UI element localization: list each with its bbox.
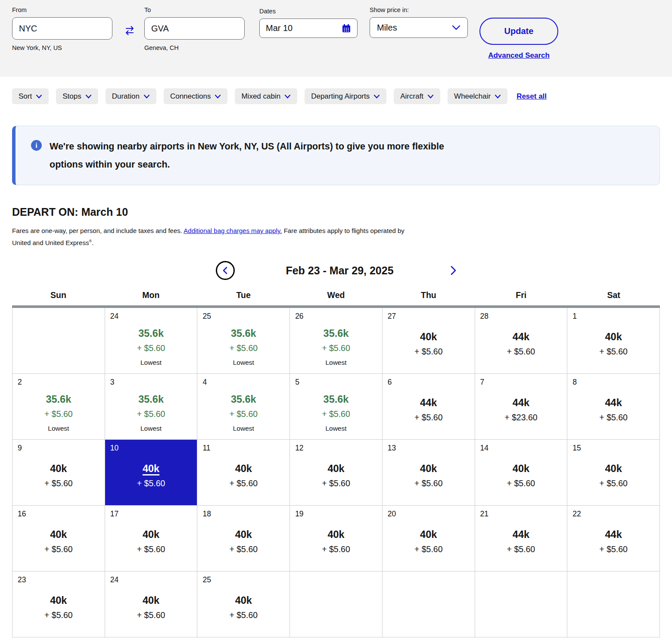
calendar-day-cell-4[interactable]: 435.6k+ $5.60Lowest xyxy=(197,374,290,440)
calendar-day-cell-15[interactable]: 1540k+ $5.60 xyxy=(567,440,660,506)
dates-input[interactable]: Mar 10 xyxy=(259,19,358,38)
chevron-down-icon xyxy=(85,94,92,99)
day-number: 6 xyxy=(388,378,392,387)
reset-all-link[interactable]: Reset all xyxy=(516,92,547,101)
calendar-day-cell-11[interactable]: 1140k+ $5.60 xyxy=(197,440,290,506)
filter-chip-wheelchair[interactable]: Wheelchair xyxy=(448,88,507,104)
filter-chip-label: Departing Airports xyxy=(311,92,370,101)
day-number: 13 xyxy=(388,444,396,453)
calendar-day-cell-28[interactable]: 2844k+ $5.60 xyxy=(475,308,568,374)
calendar-day-cell-14[interactable]: 1440k+ $5.60 xyxy=(475,440,568,506)
fare-miles: 40k xyxy=(12,595,105,606)
calendar-day-cell-13[interactable]: 1340k+ $5.60 xyxy=(383,440,475,506)
fare-miles: 35.6k xyxy=(105,394,197,405)
filter-chip-label: Wheelchair xyxy=(454,92,491,101)
fare-fee: + $5.60 xyxy=(383,544,475,554)
chevron-down-icon xyxy=(284,94,291,99)
calendar-day-cell-12[interactable]: 1240k+ $5.60 xyxy=(290,440,383,506)
calendar-day-cell-27[interactable]: 2740k+ $5.60 xyxy=(383,308,475,374)
calendar-day-cell-5[interactable]: 535.6k+ $5.60Lowest xyxy=(290,374,383,440)
swap-airports-button[interactable] xyxy=(123,24,136,38)
day-number: 23 xyxy=(18,575,26,584)
calendar-day-cell-7[interactable]: 744k+ $23.60 xyxy=(475,374,568,440)
calendar-day-cell-19[interactable]: 1940k+ $5.60 xyxy=(290,506,383,572)
calendar-day-cell-24[interactable]: 2440k+ $5.60 xyxy=(105,572,198,637)
price-unit-select[interactable]: Miles xyxy=(370,17,468,38)
day-number: 28 xyxy=(480,312,488,321)
calendar-day-cell-16[interactable]: 1640k+ $5.60 xyxy=(12,506,105,572)
calendar-day-cell-18[interactable]: 1840k+ $5.60 xyxy=(197,506,290,572)
calendar-day-cell-8[interactable]: 844k+ $5.60 xyxy=(567,374,660,440)
fare-fee: + $5.60 xyxy=(12,544,105,554)
calendar-day-cell-6[interactable]: 644k+ $5.60 xyxy=(383,374,475,440)
fare-miles: 40k xyxy=(197,529,289,541)
calendar-empty-cell xyxy=(290,572,383,637)
date-range-title: Feb 23 - Mar 29, 2025 xyxy=(267,264,413,277)
chevron-down-icon xyxy=(452,25,460,30)
dates-value: Mar 10 xyxy=(266,23,292,33)
day-number: 19 xyxy=(295,510,303,519)
calendar-day-cell-21[interactable]: 2144k+ $5.60 xyxy=(475,506,568,572)
filter-chip-mixed-cabin[interactable]: Mixed cabin xyxy=(235,88,297,104)
calendar-day-cell-17[interactable]: 1740k+ $5.60 xyxy=(105,506,198,572)
calendar-day-cell-22[interactable]: 2244k+ $5.60 xyxy=(567,506,660,572)
day-number: 12 xyxy=(295,444,303,453)
fare-fee: + $5.60 xyxy=(197,610,289,620)
filter-chip-stops[interactable]: Stops xyxy=(56,88,98,104)
filter-chip-aircraft[interactable]: Aircraft xyxy=(394,88,440,104)
calendar-day-cell-25[interactable]: 2535.6k+ $5.60Lowest xyxy=(197,308,290,374)
day-number: 8 xyxy=(572,378,577,387)
fare-miles: 40k xyxy=(105,463,197,475)
day-number: 24 xyxy=(110,312,118,321)
fare-fee: + $5.60 xyxy=(105,544,197,554)
update-button[interactable]: Update xyxy=(479,18,558,45)
next-weeks-button[interactable] xyxy=(450,266,457,275)
fare-miles: 40k xyxy=(290,529,382,541)
day-number: 7 xyxy=(480,378,485,387)
filter-chip-departing-airports[interactable]: Departing Airports xyxy=(305,88,386,104)
lowest-badge: Lowest xyxy=(105,359,197,367)
chevron-down-icon xyxy=(427,94,434,99)
filter-chip-label: Mixed cabin xyxy=(241,92,280,101)
fare-miles: 40k xyxy=(567,331,660,343)
calendar-day-cell-3[interactable]: 335.6k+ $5.60Lowest xyxy=(105,374,198,440)
calendar-day-cell-10[interactable]: 1040k+ $5.60 xyxy=(105,440,198,506)
swap-icon xyxy=(123,24,136,37)
calendar-day-cell-2[interactable]: 235.6k+ $5.60Lowest xyxy=(12,374,105,440)
to-input[interactable] xyxy=(144,17,245,40)
from-input[interactable] xyxy=(12,17,112,40)
chevron-down-icon xyxy=(215,94,221,99)
search-bar: From New York, NY, US To Geneva, CH Date… xyxy=(0,0,672,77)
calendar-day-cell-24[interactable]: 2435.6k+ $5.60Lowest xyxy=(105,308,198,374)
day-number: 16 xyxy=(18,510,26,519)
fare-disclaimer: Fares are one-way, per person, and inclu… xyxy=(12,226,419,248)
chevron-down-icon xyxy=(373,94,380,99)
calendar-day-cell-20[interactable]: 2040k+ $5.60 xyxy=(383,506,475,572)
filter-chip-duration[interactable]: Duration xyxy=(106,88,156,104)
calendar-day-cell-23[interactable]: 2340k+ $5.60 xyxy=(12,572,105,637)
calendar-day-cell-26[interactable]: 2635.6k+ $5.60Lowest xyxy=(290,308,383,374)
filter-chip-sort[interactable]: Sort xyxy=(12,88,49,104)
fare-calendar: SunMonTueWedThuFriSat 2435.6k+ $5.60Lowe… xyxy=(12,290,660,637)
lowest-badge: Lowest xyxy=(290,425,382,432)
calendar-day-cell-1[interactable]: 140k+ $5.60 xyxy=(567,308,660,374)
bag-charges-link[interactable]: Additional bag charges may apply. xyxy=(184,227,282,234)
from-field-group: From New York, NY, US xyxy=(12,6,112,51)
filter-chip-label: Duration xyxy=(112,92,140,101)
fare-miles: 40k xyxy=(12,529,105,541)
fare-miles: 40k xyxy=(383,331,475,343)
day-number: 26 xyxy=(295,312,303,321)
to-sublabel: Geneva, CH xyxy=(144,44,245,51)
fare-miles: 44k xyxy=(475,397,567,409)
fare-miles: 35.6k xyxy=(12,394,105,405)
previous-weeks-button[interactable] xyxy=(216,261,235,280)
fare-miles: 44k xyxy=(567,397,660,409)
fare-miles: 40k xyxy=(105,529,197,541)
fare-miles: 35.6k xyxy=(290,394,382,405)
calendar-day-cell-9[interactable]: 940k+ $5.60 xyxy=(12,440,105,506)
filter-chip-connections[interactable]: Connections xyxy=(164,88,228,104)
calendar-day-cell-25[interactable]: 2540k+ $5.60 xyxy=(197,572,290,637)
day-number: 14 xyxy=(480,444,488,453)
advanced-search-link[interactable]: Advanced Search xyxy=(479,51,558,60)
fare-fee: + $5.60 xyxy=(383,478,475,488)
